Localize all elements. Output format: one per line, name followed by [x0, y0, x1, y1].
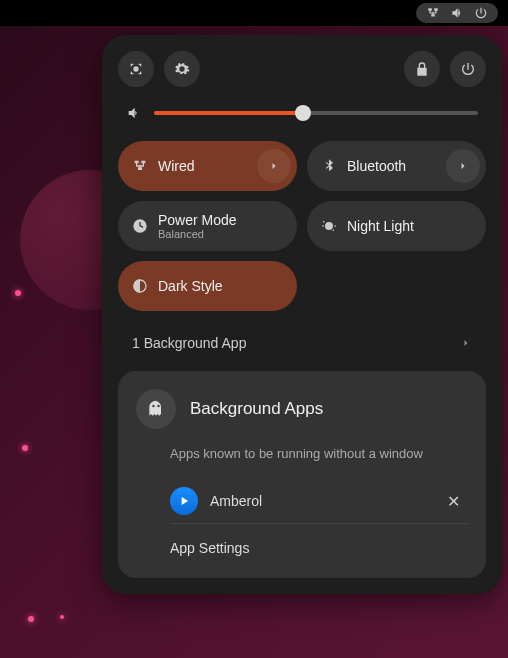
- power-mode-label: Power Mode: [158, 212, 291, 228]
- bluetooth-submenu-button[interactable]: [446, 149, 480, 183]
- lock-button[interactable]: [404, 51, 440, 87]
- chevron-right-icon: [460, 337, 472, 349]
- background-apps-title: Background Apps: [190, 399, 323, 419]
- bluetooth-toggle[interactable]: Bluetooth: [307, 141, 486, 191]
- panel-header: [118, 51, 486, 87]
- volume-slider-thumb[interactable]: [295, 105, 311, 121]
- volume-row: [118, 105, 486, 121]
- top-menubar: [0, 0, 508, 26]
- screenshot-button[interactable]: [118, 51, 154, 87]
- power-mode-sublabel: Balanced: [158, 228, 291, 240]
- quick-toggles: Wired Bluetooth Power Mode Balanced Nigh…: [118, 141, 486, 311]
- wallpaper-dot: [60, 615, 64, 619]
- background-app-item: Amberol ✕: [170, 479, 468, 524]
- dark-style-icon: [132, 278, 148, 294]
- background-apps-card: Background Apps Apps known to be running…: [118, 371, 486, 578]
- system-menu-panel: Wired Bluetooth Power Mode Balanced Nigh…: [102, 35, 502, 594]
- chevron-right-icon: [457, 160, 469, 172]
- background-apps-row[interactable]: 1 Background App: [118, 325, 486, 361]
- power-icon: [474, 6, 488, 20]
- amberol-app-icon: [170, 487, 198, 515]
- volume-icon: [126, 105, 142, 121]
- wallpaper-dot: [28, 616, 34, 622]
- settings-button[interactable]: [164, 51, 200, 87]
- background-app-name: Amberol: [210, 493, 427, 509]
- wallpaper-dot: [15, 290, 21, 296]
- background-apps-description: Apps known to be running without a windo…: [170, 445, 468, 463]
- dark-style-toggle[interactable]: Dark Style: [118, 261, 297, 311]
- wired-label: Wired: [158, 158, 247, 174]
- app-settings-button[interactable]: App Settings: [170, 524, 468, 560]
- network-wired-icon: [426, 6, 440, 20]
- network-wired-icon: [132, 158, 148, 174]
- volume-icon: [450, 6, 464, 20]
- chevron-right-icon: [268, 160, 280, 172]
- wired-toggle[interactable]: Wired: [118, 141, 297, 191]
- volume-slider-fill: [154, 111, 303, 115]
- night-light-toggle[interactable]: Night Light: [307, 201, 486, 251]
- background-apps-header: Background Apps: [136, 389, 468, 429]
- power-mode-toggle[interactable]: Power Mode Balanced: [118, 201, 297, 251]
- wallpaper-dot: [22, 445, 28, 451]
- background-apps-summary: 1 Background App: [132, 335, 246, 351]
- wired-submenu-button[interactable]: [257, 149, 291, 183]
- bluetooth-icon: [321, 158, 337, 174]
- dark-style-label: Dark Style: [158, 278, 291, 294]
- power-mode-icon: [132, 218, 148, 234]
- volume-slider[interactable]: [154, 111, 478, 115]
- night-light-label: Night Light: [347, 218, 480, 234]
- bluetooth-label: Bluetooth: [347, 158, 436, 174]
- night-light-icon: [321, 218, 337, 234]
- system-status-area[interactable]: [416, 3, 498, 23]
- close-app-button[interactable]: ✕: [439, 488, 468, 515]
- power-button[interactable]: [450, 51, 486, 87]
- ghost-icon: [136, 389, 176, 429]
